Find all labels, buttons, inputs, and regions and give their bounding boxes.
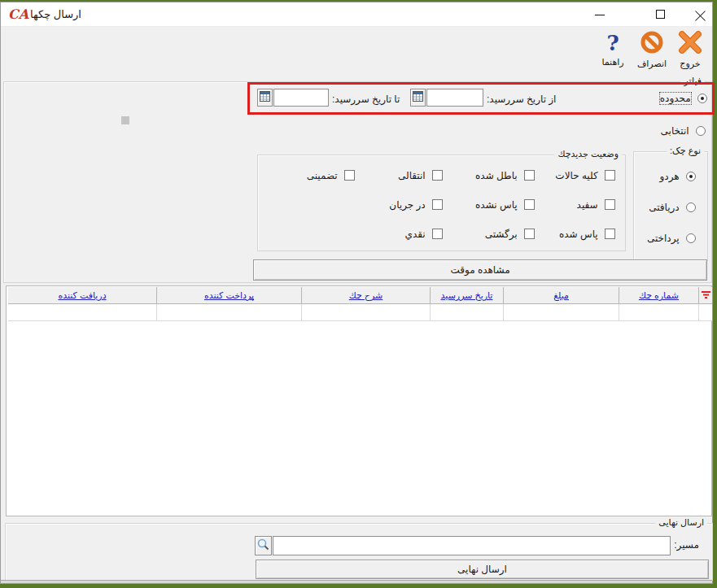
table-cell[interactable]	[301, 304, 430, 321]
radio-received[interactable]: دریافتی	[645, 201, 696, 213]
radio-received-label: دریافتی	[649, 202, 680, 213]
checkbox-icon	[524, 199, 535, 210]
help-button[interactable]: ? راهنما	[595, 31, 631, 73]
help-question-icon: ?	[606, 31, 619, 55]
path-label: مسیر:	[674, 539, 699, 551]
minimize-button[interactable]	[583, 2, 617, 26]
checkbox-icon	[605, 199, 615, 210]
browse-path-button[interactable]	[255, 536, 272, 555]
table-cell[interactable]	[156, 304, 301, 321]
checks-table[interactable]: شماره چك مبلغ تاریخ سررسید شرح چك پرداخت…	[6, 285, 712, 516]
checkbox-not-cleared[interactable]: پاس نشده	[471, 198, 535, 211]
preview-button[interactable]: مشاهده موقت	[253, 259, 707, 281]
path-input[interactable]	[273, 536, 671, 555]
checkbox-icon	[605, 229, 615, 239]
checkbox-label: در جریان	[389, 199, 425, 211]
checkbox-bounced[interactable]: برگشتی	[481, 228, 535, 240]
checkbox-icon	[344, 170, 355, 181]
to-date-input[interactable]	[273, 89, 329, 107]
checkbox-icon	[432, 170, 443, 181]
filter-funnel-icon	[702, 291, 710, 300]
radio-range-label: محدوده	[660, 93, 691, 104]
maximize-button[interactable]	[643, 2, 677, 26]
minimize-icon	[595, 15, 605, 15]
checkbox-voided[interactable]: باطل شده	[471, 169, 535, 181]
radio-range[interactable]: محدوده	[656, 92, 707, 104]
checkbox-cash[interactable]: نقدي	[401, 228, 443, 240]
final-send-group-label: ارسال نهایی	[655, 517, 707, 528]
from-date-label: از تاریخ سررسید:	[487, 94, 556, 105]
col-payer[interactable]: پرداخت كننده	[156, 287, 301, 304]
window-bottom-border	[1, 580, 712, 583]
radio-both-label: هردو	[660, 171, 680, 182]
close-button[interactable]	[683, 2, 717, 26]
filter-group-label: فیلتر	[680, 76, 705, 86]
radio-paid-icon	[686, 233, 696, 243]
radio-selective-label: انتخابی	[661, 125, 689, 137]
checkbox-label: باطل شده	[475, 170, 518, 181]
checkbox-cleared[interactable]: پاس شده	[555, 228, 615, 240]
checkbox-label: برگشتی	[485, 229, 518, 240]
checkbox-label: كلیه حالات	[555, 170, 597, 181]
checkbox-all-states[interactable]: كلیه حالات	[551, 169, 615, 181]
calendar-icon	[413, 91, 423, 102]
col-description[interactable]: شرح چك	[301, 287, 430, 304]
col-check-number[interactable]: شماره چك	[619, 287, 698, 304]
checkbox-icon	[432, 229, 443, 239]
cancel-label: انصراف	[632, 59, 671, 69]
desktop: CA ارسال چکها خروج انصراف	[0, 0, 717, 588]
from-date-input[interactable]	[426, 89, 483, 107]
toolbar: خروج انصراف ? راهنما	[1, 27, 712, 76]
col-due-date[interactable]: تاریخ سررسید	[430, 287, 503, 304]
final-send-button[interactable]: ارسال نهایی	[256, 560, 709, 579]
titlebar: CA ارسال چکها	[1, 2, 712, 27]
checkbox-icon	[605, 170, 615, 181]
table-cell[interactable]	[430, 304, 503, 321]
close-icon	[695, 9, 706, 20]
help-label: راهنما	[595, 57, 631, 68]
from-date-calendar-button[interactable]	[410, 89, 426, 107]
exit-x-icon	[678, 31, 702, 54]
checkbox-icon	[432, 199, 443, 210]
status-group-label: وضعیت جدیدچك	[554, 149, 622, 159]
exit-button[interactable]: خروج	[673, 31, 707, 73]
checkbox-label: تضمینی	[307, 170, 338, 181]
checkbox-icon	[524, 170, 535, 181]
table-filter-header[interactable]	[698, 287, 712, 304]
checkbox-guaranteed[interactable]: تضمینی	[303, 169, 355, 181]
calendar-icon	[260, 91, 270, 102]
search-icon	[257, 538, 269, 551]
checkbox-label: سفید	[577, 199, 598, 211]
checkbox-label: انتقالی	[398, 170, 426, 181]
checkbox-transferred[interactable]: انتقالی	[394, 169, 443, 181]
table-cell[interactable]	[698, 304, 712, 321]
check-type-label: نوع چک:	[667, 146, 704, 156]
grip-dot	[121, 116, 129, 124]
radio-selective[interactable]: انتخابی	[657, 124, 706, 137]
to-date-label: تا تاریخ سررسید:	[332, 94, 400, 105]
radio-both-icon	[686, 172, 696, 181]
checkbox-icon	[524, 229, 535, 239]
checkbox-blank[interactable]: سفید	[573, 198, 615, 211]
radio-range-icon	[697, 94, 707, 103]
radio-received-icon	[686, 203, 696, 212]
col-amount[interactable]: مبلغ	[503, 287, 619, 304]
cancel-prohibition-icon	[640, 31, 664, 54]
maximize-icon	[656, 10, 665, 19]
checkbox-label: نقدي	[405, 229, 426, 240]
table-cell[interactable]	[503, 304, 619, 321]
table-cell[interactable]	[8, 304, 156, 321]
app-logo-icon: CA	[8, 7, 26, 23]
radio-selective-icon	[696, 126, 706, 136]
checkbox-label: پاس شده	[559, 229, 598, 240]
table-cell[interactable]	[619, 304, 698, 321]
window-title: ارسال چکها	[30, 8, 81, 20]
radio-paid[interactable]: پرداختی	[643, 232, 696, 244]
radio-both[interactable]: هردو	[656, 170, 696, 182]
radio-paid-label: پرداختی	[647, 233, 680, 244]
checkbox-in-progress[interactable]: در جریان	[385, 198, 443, 211]
to-date-calendar-button[interactable]	[257, 89, 273, 107]
exit-label: خروج	[673, 59, 707, 69]
cancel-button[interactable]: انصراف	[632, 31, 671, 73]
col-receiver[interactable]: دریافت كننده	[8, 287, 156, 304]
